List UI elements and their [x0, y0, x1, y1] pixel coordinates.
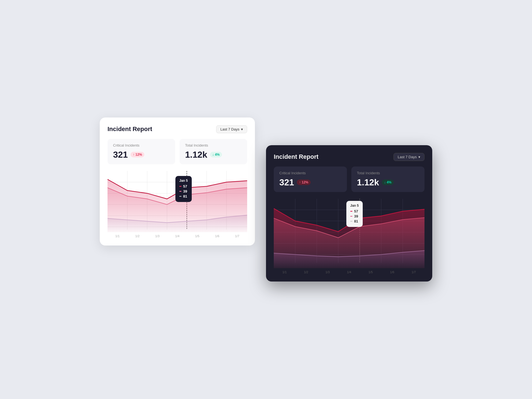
- light-critical-stat: Critical Incidents 321 ↑ 12%: [108, 139, 175, 164]
- dark-card: Incident Report Last 7 Days ▾ Critical I…: [266, 145, 432, 282]
- dark-critical-label: Critical Incidents: [279, 171, 341, 175]
- dark-total-value-row: 1.12k ↓ 4%: [357, 177, 419, 188]
- dark-date-button[interactable]: Last 7 Days ▾: [393, 153, 424, 161]
- light-x-label-3: 1/3: [147, 234, 167, 238]
- dark-chart-container: Jan 5 57 39 81 1/1 1/2 1/3 1/: [274, 199, 424, 274]
- dark-x-labels: 1/1 1/2 1/3 1/4 1/5 1/6 1/7: [274, 269, 424, 274]
- dark-x-label-7: 1/7: [403, 270, 424, 274]
- dark-card-header: Incident Report Last 7 Days ▾: [274, 153, 424, 161]
- light-x-label-2: 1/2: [127, 234, 147, 238]
- chevron-down-icon: ▾: [241, 127, 243, 131]
- dark-stats-row: Critical Incidents 321 ↑ 12% Total Incid…: [274, 167, 424, 192]
- dark-critical-badge: ↑ 12%: [297, 180, 310, 185]
- dark-x-label-5: 1/5: [360, 270, 382, 274]
- light-chart-svg: [108, 171, 247, 232]
- light-date-button[interactable]: Last 7 Days ▾: [216, 125, 247, 133]
- light-total-label: Total Incidents: [185, 143, 242, 147]
- page-container: Incident Report Last 7 Days ▾ Critical I…: [83, 101, 449, 298]
- light-total-stat: Total Incidents 1.12k ↓ 4%: [180, 139, 247, 164]
- dark-x-label-6: 1/6: [382, 270, 403, 274]
- light-card-header: Incident Report Last 7 Days ▾: [108, 125, 247, 133]
- dark-card-title: Incident Report: [274, 153, 318, 160]
- light-critical-value-row: 321 ↑ 12%: [113, 150, 170, 160]
- light-critical-label: Critical Incidents: [113, 143, 170, 147]
- light-card-title: Incident Report: [108, 126, 152, 133]
- dark-critical-value-row: 321 ↑ 12%: [279, 177, 341, 188]
- light-critical-value: 321: [113, 150, 128, 160]
- light-x-label-6: 1/6: [207, 234, 227, 238]
- dark-x-label-3: 1/3: [317, 270, 338, 274]
- dark-critical-stat: Critical Incidents 321 ↑ 12%: [274, 167, 347, 192]
- light-chart-container: Jan 5 57 39 81 1/1 1/2 1/3 1/4: [108, 171, 247, 238]
- light-x-label-7: 1/7: [227, 234, 247, 238]
- dark-x-label-2: 1/2: [295, 270, 317, 274]
- light-x-label-4: 1/4: [167, 234, 187, 238]
- light-critical-badge: ↑ 12%: [131, 152, 144, 157]
- dark-chart-svg: [274, 199, 424, 268]
- chevron-down-icon: ▾: [418, 155, 420, 159]
- light-stats-row: Critical Incidents 321 ↑ 12% Total Incid…: [108, 139, 247, 164]
- light-total-value: 1.12k: [185, 150, 207, 160]
- light-total-value-row: 1.12k ↓ 4%: [185, 150, 242, 160]
- dark-total-stat: Total Incidents 1.12k ↓ 4%: [351, 167, 424, 192]
- dark-total-value: 1.12k: [357, 177, 379, 188]
- dark-total-badge: ↓ 4%: [382, 180, 394, 185]
- dark-x-label-4: 1/4: [338, 270, 360, 274]
- light-x-label-1: 1/1: [108, 234, 127, 238]
- light-card: Incident Report Last 7 Days ▾ Critical I…: [100, 117, 255, 246]
- light-x-label-5: 1/5: [187, 234, 207, 238]
- dark-total-label: Total Incidents: [357, 171, 419, 175]
- dark-x-label-1: 1/1: [274, 270, 295, 274]
- light-total-badge: ↓ 4%: [210, 152, 222, 157]
- light-x-labels: 1/1 1/2 1/3 1/4 1/5 1/6 1/7: [108, 233, 247, 238]
- dark-critical-value: 321: [279, 177, 294, 188]
